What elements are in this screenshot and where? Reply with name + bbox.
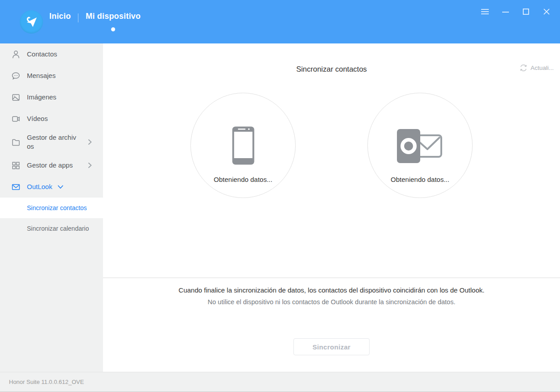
outlook-envelope-icon <box>11 182 21 192</box>
app-manager-icon <box>11 161 21 170</box>
sync-info-primary: Cuando finalice la sincronización de dat… <box>103 286 560 294</box>
sync-cards: Obteniendo datos... Obteniendo datos... <box>103 93 560 198</box>
minimize-button[interactable] <box>499 5 512 18</box>
sync-info-secondary: No utilice el dispositivo ni los contact… <box>103 298 560 306</box>
sidebar-item-mensajes[interactable]: Mensajes <box>0 65 103 86</box>
main-nav: Inicio Mi dispositivo <box>49 12 141 31</box>
contacts-icon <box>11 50 21 59</box>
sidebar-item-label: Contactos <box>27 50 57 59</box>
tab-separator <box>78 13 78 22</box>
maximize-button[interactable] <box>520 5 532 18</box>
sidebar-item-label: Gestor de archivos <box>27 133 79 151</box>
refresh-button[interactable]: Actuali... <box>520 64 554 72</box>
active-tab-dot <box>111 27 115 31</box>
videos-icon <box>11 114 21 124</box>
tab-inicio[interactable]: Inicio <box>49 12 71 31</box>
app-logo <box>20 10 43 34</box>
device-status-text: Obteniendo datos... <box>214 176 272 183</box>
sidebar-item-imagenes[interactable]: Imágenes <box>0 86 103 108</box>
window-controls <box>478 5 553 18</box>
statusbar: Honor Suite 11.0.0.612_OVE <box>0 372 560 392</box>
tab-mi-dispositivo[interactable]: Mi dispositivo <box>86 12 141 31</box>
titlebar: Inicio Mi dispositivo <box>0 0 560 43</box>
sidebar-item-label: Gestor de apps <box>27 161 73 170</box>
file-manager-icon <box>11 138 21 147</box>
chevron-down-icon <box>57 185 64 189</box>
sidebar-item-outlook[interactable]: OutLook <box>0 176 103 198</box>
sidebar-item-gestor-apps[interactable]: Gestor de apps <box>0 155 103 176</box>
menu-button[interactable] <box>478 5 491 18</box>
close-icon <box>543 9 550 15</box>
tab-mi-dispositivo-label: Mi dispositivo <box>86 12 141 21</box>
subitem-label: Sincronizar contactos <box>27 204 87 211</box>
page-title: Sincronizar contactos <box>103 65 560 73</box>
sidebar-item-contactos[interactable]: Contactos <box>0 43 103 65</box>
close-button[interactable] <box>540 5 553 18</box>
tab-inicio-label: Inicio <box>49 12 71 21</box>
app-version-text: Honor Suite 11.0.0.612_OVE <box>9 379 84 385</box>
chevron-right-icon <box>88 162 92 168</box>
sidebar: Contactos Mensajes <box>0 43 103 372</box>
honor-suite-window: Inicio Mi dispositivo <box>0 0 560 392</box>
sincronizar-button[interactable]: Sincronizar <box>293 338 370 355</box>
refresh-label: Actuali... <box>530 65 554 71</box>
main-content: Sincronizar contactos Actuali... <box>103 43 560 372</box>
sidebar-item-videos[interactable]: Vídeos <box>0 108 103 129</box>
app-body: Contactos Mensajes <box>0 43 560 372</box>
menu-icon <box>481 9 489 15</box>
chevron-right-icon <box>88 139 92 145</box>
outlook-sync-card: Obteniendo datos... <box>367 93 473 198</box>
subitem-label: Sincronizar calendario <box>27 225 89 232</box>
sidebar-subitem-sincronizar-calendario[interactable]: Sincronizar calendario <box>0 218 103 239</box>
minimize-icon <box>502 9 509 15</box>
outlook-status-text: Obteniendo datos... <box>391 176 449 183</box>
sidebar-item-label: Imágenes <box>27 93 56 102</box>
messages-icon <box>11 71 21 81</box>
images-icon <box>11 93 21 102</box>
sidebar-item-label: Vídeos <box>27 114 48 123</box>
device-sync-card: Obteniendo datos... <box>190 93 296 198</box>
maximize-icon <box>523 9 529 15</box>
sidebar-item-gestor-archivos[interactable]: Gestor de archivos <box>0 129 103 155</box>
sidebar-subitem-sincronizar-contactos[interactable]: Sincronizar contactos <box>0 198 103 218</box>
sidebar-item-label: Mensajes <box>27 71 56 80</box>
outlook-app-icon <box>395 116 445 165</box>
phone-icon <box>232 116 254 165</box>
refresh-icon <box>520 64 527 72</box>
paper-plane-icon <box>24 15 39 29</box>
content-divider <box>103 277 560 278</box>
sidebar-item-label: OutLook <box>27 182 52 191</box>
